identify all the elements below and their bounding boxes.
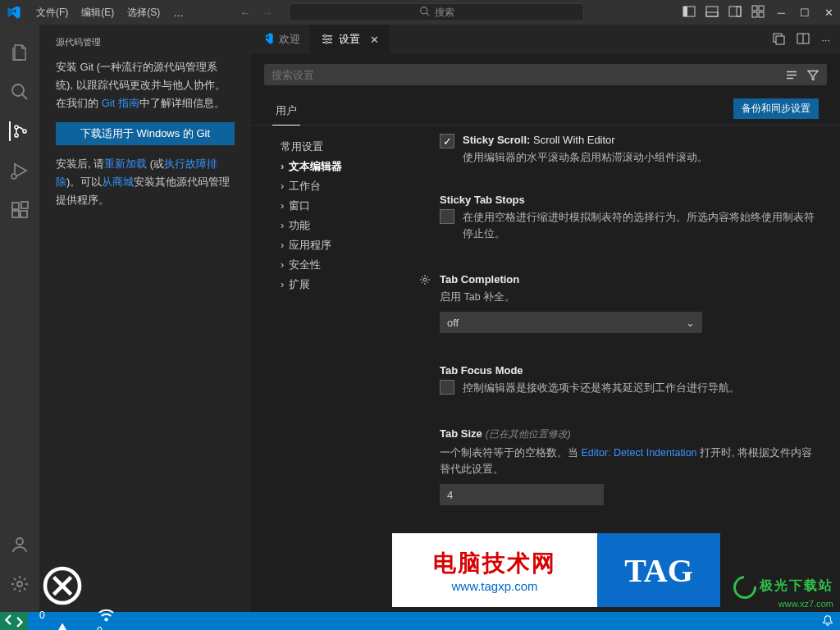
title-bar: 文件(F) 编辑(E) 选择(S) … ← → 搜索 ─ ☐ ✕ bbox=[0, 0, 840, 25]
sidebar-title: 源代码管理 bbox=[39, 33, 251, 58]
svg-rect-21 bbox=[21, 202, 28, 208]
window-close-icon[interactable]: ✕ bbox=[824, 7, 833, 19]
explorer-icon[interactable] bbox=[10, 43, 30, 62]
settings-scope-user[interactable]: 用户 bbox=[272, 97, 300, 126]
close-tab-icon[interactable]: ✕ bbox=[370, 34, 379, 46]
menu-edit[interactable]: 编辑(E) bbox=[75, 6, 121, 20]
download-git-button[interactable]: 下载适用于 Windows 的 Git bbox=[56, 122, 235, 145]
tab-label: 设置 bbox=[339, 32, 360, 47]
remote-indicator-icon[interactable] bbox=[0, 612, 28, 630]
status-ports[interactable]: 0 bbox=[97, 605, 116, 630]
extensions-icon[interactable] bbox=[10, 200, 30, 220]
settings-search-input[interactable] bbox=[272, 69, 785, 81]
vscode-tab-icon bbox=[261, 32, 274, 48]
gear-icon[interactable] bbox=[418, 273, 431, 289]
svg-point-12 bbox=[12, 84, 24, 96]
svg-point-27 bbox=[324, 34, 326, 37]
svg-point-15 bbox=[15, 134, 18, 137]
vscode-logo-icon bbox=[7, 5, 21, 20]
layout-panel-icon[interactable] bbox=[705, 5, 719, 21]
svg-line-13 bbox=[22, 94, 27, 99]
watermark-overlay: 电脑技术网 www.tagxp.com TAG bbox=[392, 533, 720, 607]
detect-indentation-link[interactable]: Editor: Detect Indentation bbox=[581, 447, 696, 459]
chevron-down-icon: ⌄ bbox=[686, 317, 695, 329]
svg-point-34 bbox=[423, 278, 427, 281]
status-problems[interactable]: 0 0 bbox=[39, 563, 85, 630]
menu-select[interactable]: 选择(S) bbox=[121, 6, 167, 20]
search-activity-icon[interactable] bbox=[10, 82, 30, 102]
more-actions-icon[interactable]: ··· bbox=[821, 34, 830, 46]
svg-point-17 bbox=[11, 174, 16, 179]
svg-rect-5 bbox=[706, 12, 718, 16]
layout-sidebar-left-icon[interactable] bbox=[682, 5, 696, 21]
select-tab-completion[interactable]: off ⌄ bbox=[440, 312, 702, 333]
status-bar: 0 0 0 bbox=[0, 612, 840, 630]
svg-point-28 bbox=[329, 38, 331, 40]
svg-rect-7 bbox=[737, 7, 741, 16]
menu-overflow-icon[interactable]: … bbox=[167, 7, 190, 19]
open-editors-icon[interactable] bbox=[772, 32, 785, 48]
svg-point-22 bbox=[16, 538, 23, 545]
svg-point-0 bbox=[420, 7, 427, 14]
manage-gear-icon[interactable] bbox=[10, 574, 30, 594]
filter-icon[interactable] bbox=[806, 67, 819, 83]
settings-toc: 常用设置 ›文本编辑器 ›工作台 ›窗口 ›功能 ›应用程序 ›安全性 ›扩展 bbox=[251, 126, 407, 612]
toc-workbench[interactable]: ›工作台 bbox=[269, 176, 407, 196]
split-editor-icon[interactable] bbox=[797, 32, 810, 48]
activity-bar bbox=[0, 25, 39, 612]
toc-security[interactable]: ›安全性 bbox=[269, 255, 407, 275]
checkbox-sticky-tab-stops[interactable] bbox=[440, 209, 454, 224]
status-notifications-icon[interactable] bbox=[822, 614, 833, 628]
checkbox-tab-focus-mode[interactable] bbox=[440, 380, 454, 395]
toc-common[interactable]: 常用设置 bbox=[269, 137, 407, 157]
svg-rect-3 bbox=[683, 7, 687, 16]
setting-sticky-tab-stops: Sticky Tab Stops 在使用空格进行缩进时模拟制表符的选择行为。所选… bbox=[430, 194, 815, 242]
svg-point-29 bbox=[326, 41, 328, 43]
window-maximize-icon[interactable]: ☐ bbox=[800, 7, 810, 19]
git-guide-link[interactable]: Git 指南 bbox=[102, 97, 139, 109]
sidebar-content: 安装 Git (一种流行的源代码管理系统), 以跟踪代码更改并与他人协作。在我们… bbox=[39, 58, 251, 112]
editor-tabs: 欢迎 设置 ✕ ··· bbox=[251, 25, 840, 54]
nav-forward-icon[interactable]: → bbox=[262, 7, 272, 19]
setting-tab-completion: Tab Completion 启用 Tab 补全。 off ⌄ bbox=[430, 273, 815, 333]
marketplace-link[interactable]: 从商城 bbox=[102, 176, 134, 188]
nav-back-icon[interactable]: ← bbox=[240, 7, 250, 19]
svg-point-16 bbox=[23, 130, 26, 133]
svg-rect-10 bbox=[752, 12, 757, 17]
svg-rect-6 bbox=[729, 7, 741, 16]
tab-welcome[interactable]: 欢迎 bbox=[251, 25, 311, 54]
toc-features[interactable]: ›功能 bbox=[269, 216, 407, 235]
settings-search-box[interactable] bbox=[264, 64, 827, 85]
accounts-icon[interactable] bbox=[10, 535, 30, 555]
menu-file[interactable]: 文件(F) bbox=[30, 6, 75, 20]
toc-applications[interactable]: ›应用程序 bbox=[269, 235, 407, 255]
toc-extensions[interactable]: ›扩展 bbox=[269, 275, 407, 294]
search-icon bbox=[419, 6, 430, 19]
svg-point-40 bbox=[104, 618, 107, 621]
setting-sticky-scroll: Sticky Scroll: Scroll With Editor 使用编辑器的… bbox=[430, 134, 815, 166]
source-control-icon[interactable] bbox=[9, 121, 29, 141]
svg-point-14 bbox=[15, 126, 18, 129]
search-placeholder: 搜索 bbox=[435, 6, 454, 20]
tab-settings[interactable]: 设置 ✕ bbox=[311, 25, 390, 54]
svg-line-1 bbox=[427, 13, 429, 16]
settings-editor: 用户 备份和同步设置 常用设置 ›文本编辑器 ›工作台 ›窗口 ›功能 ›应用程… bbox=[251, 54, 840, 612]
window-minimize-icon[interactable]: ─ bbox=[778, 7, 785, 19]
checkbox-sticky-scroll[interactable] bbox=[440, 134, 454, 148]
svg-rect-8 bbox=[752, 6, 757, 11]
svg-rect-19 bbox=[12, 211, 19, 217]
svg-rect-18 bbox=[12, 203, 19, 209]
command-center-search[interactable]: 搜索 bbox=[289, 3, 584, 21]
jiguang-watermark: 极光下载站 www.xz7.com bbox=[733, 576, 833, 609]
toc-window[interactable]: ›窗口 bbox=[269, 196, 407, 216]
backup-sync-button[interactable]: 备份和同步设置 bbox=[733, 98, 819, 119]
toc-texteditor[interactable]: ›文本编辑器 bbox=[269, 157, 407, 176]
layout-sidebar-right-icon[interactable] bbox=[728, 5, 742, 21]
reload-link[interactable]: 重新加载 bbox=[104, 158, 147, 170]
svg-rect-11 bbox=[759, 12, 764, 17]
run-debug-icon[interactable] bbox=[10, 161, 30, 180]
svg-point-23 bbox=[17, 582, 22, 587]
customize-layout-icon[interactable] bbox=[751, 5, 765, 21]
input-tab-size[interactable]: 4 bbox=[440, 484, 604, 505]
clear-search-icon[interactable] bbox=[785, 67, 798, 83]
